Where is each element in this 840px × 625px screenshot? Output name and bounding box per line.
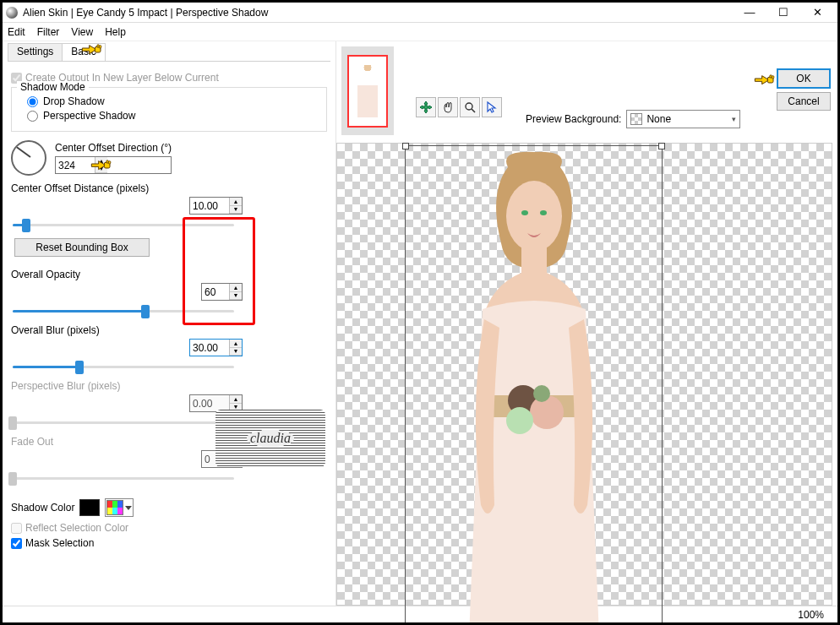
cancel-button[interactable]: Cancel — [777, 92, 831, 111]
menu-filter[interactable]: Filter — [37, 26, 60, 38]
close-button[interactable]: ✕ — [800, 3, 834, 22]
center-offset-dir-input[interactable]: ▲▼ — [55, 156, 172, 174]
tool-zoom-icon[interactable] — [460, 97, 480, 117]
maximize-button[interactable]: ☐ — [766, 3, 800, 22]
center-offset-dist-input[interactable]: ▲▼ — [189, 197, 243, 215]
preview-bg-label: Preview Background: — [526, 113, 621, 125]
window-title: Alien Skin | Eye Candy 5 Impact | Perspe… — [23, 7, 733, 19]
radio-drop-shadow[interactable]: Drop Shadow — [27, 95, 319, 107]
tab-settings[interactable]: Settings — [8, 43, 63, 61]
tab-basic[interactable]: Basic — [62, 43, 105, 61]
shadow-mode-group: Shadow Mode Drop Shadow Perspective Shad… — [11, 87, 327, 132]
tool-pointer-icon[interactable] — [482, 97, 502, 117]
overall-blur-label: Overall Blur (pixels) — [11, 324, 327, 336]
menu-help[interactable]: Help — [105, 26, 126, 38]
center-offset-dir-label: Center Offset Direction (°) — [55, 142, 172, 154]
right-area: OK Cancel — [336, 41, 837, 606]
svg-point-10 — [533, 385, 550, 402]
perspective-blur-slider — [13, 416, 234, 431]
svg-point-5 — [506, 181, 562, 252]
chevron-down-icon: ▾ — [732, 115, 736, 123]
checker-icon — [630, 113, 642, 125]
app-icon — [6, 7, 18, 19]
preset-thumbnail[interactable] — [341, 46, 394, 135]
preview-toolbar — [416, 95, 502, 119]
overall-opacity-input[interactable]: ▲▼ — [201, 283, 243, 301]
selection-handle-tl[interactable] — [402, 143, 409, 149]
fade-out-slider — [13, 471, 234, 486]
titlebar: Alien Skin | Eye Candy 5 Impact | Perspe… — [3, 3, 837, 23]
shadow-color-swatch[interactable] — [79, 499, 100, 516]
svg-line-4 — [472, 109, 475, 112]
color-grid-icon — [106, 500, 123, 515]
preview-image — [440, 150, 628, 625]
svg-point-12 — [540, 210, 547, 215]
radio-perspective-shadow[interactable]: Perspective Shadow — [27, 110, 319, 122]
ok-button[interactable]: OK — [777, 68, 831, 89]
menubar: Edit Filter View Help — [3, 23, 837, 41]
color-picker-button[interactable] — [105, 498, 134, 517]
zoom-level: 100% — [798, 609, 824, 621]
center-offset-dist-slider[interactable] — [13, 218, 234, 233]
svg-point-3 — [466, 103, 472, 110]
svg-point-11 — [521, 210, 528, 215]
shadow-color-label: Shadow Color — [11, 502, 74, 514]
overall-opacity-slider[interactable] — [13, 304, 234, 319]
shadow-mode-legend: Shadow Mode — [17, 81, 89, 93]
reset-bounding-box-button[interactable]: Reset Bounding Box — [14, 238, 150, 257]
tool-hand-icon[interactable] — [438, 97, 458, 117]
perspective-blur-label: Perspective Blur (pixels) — [11, 380, 327, 392]
menu-edit[interactable]: Edit — [8, 26, 25, 38]
overall-blur-input[interactable]: ▲▼ — [189, 339, 243, 356]
center-offset-dist-label: Center Offset Distance (pixels) — [11, 182, 327, 194]
left-panel: Settings Basic Create Output In New Laye… — [3, 41, 336, 606]
watermark: claudia — [215, 410, 325, 467]
svg-point-9 — [506, 407, 533, 434]
preview-canvas[interactable] — [336, 143, 832, 606]
preview-bg-select[interactable]: None ▾ — [626, 110, 740, 128]
overall-blur-slider[interactable] — [13, 360, 234, 375]
menu-view[interactable]: View — [71, 26, 93, 38]
overall-opacity-label: Overall Opacity — [11, 269, 327, 280]
tool-move-icon[interactable] — [416, 97, 436, 117]
selection-handle-tr[interactable] — [658, 143, 665, 149]
reflect-selection-checkbox: Reflect Selection Color — [11, 522, 327, 534]
direction-dial[interactable] — [11, 140, 46, 176]
mask-selection-checkbox[interactable]: Mask Selection — [11, 537, 327, 549]
chevron-down-icon — [125, 506, 132, 510]
minimize-button[interactable]: — — [733, 3, 766, 22]
